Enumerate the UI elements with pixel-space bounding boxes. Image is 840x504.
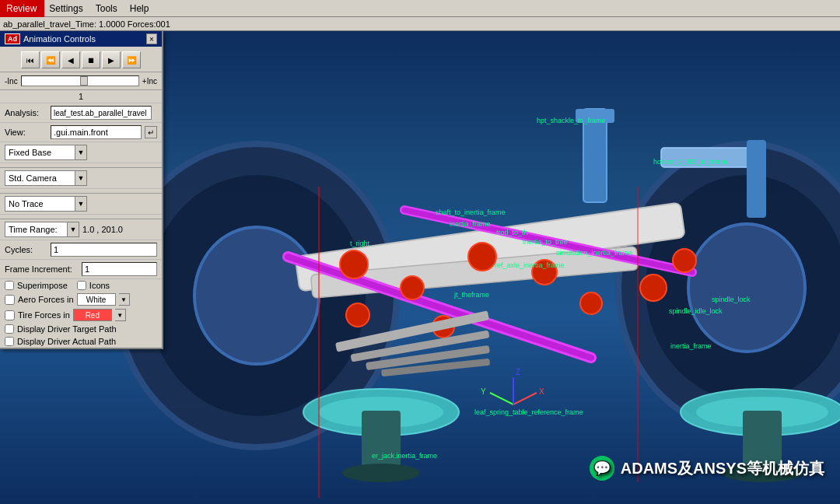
- titlebar-text: ab_parallel_travel_Time: 1.0000 Forces:0…: [3, 19, 170, 29]
- base-select-value[interactable]: Fixed Base: [5, 145, 75, 160]
- trace-select-group: No Trace ▼: [5, 196, 87, 212]
- aero-forces-checkbox[interactable]: [5, 295, 15, 305]
- svg-line-37: [513, 393, 537, 404]
- wm-icon: 💬: [590, 456, 614, 481]
- svg-point-20: [340, 250, 368, 278]
- driver-target-checkbox[interactable]: [5, 324, 14, 334]
- slider-thumb[interactable]: [80, 76, 88, 86]
- superimpose-row: Superimpose Icons: [0, 279, 162, 292]
- svg-text:Y: Y: [481, 387, 486, 396]
- titlebar: ab_parallel_travel_Time: 1.0000 Forces:0…: [0, 17, 840, 31]
- tire-color-arrow[interactable]: ▼: [115, 309, 126, 321]
- svg-point-9: [342, 464, 420, 482]
- superimpose-checkbox[interactable]: [5, 281, 14, 290]
- time-range-select-group: Time Range: ▼: [5, 222, 79, 237]
- menu-tools[interactable]: Tools: [89, 2, 124, 16]
- menu-review[interactable]: Review: [0, 2, 43, 16]
- view-row: View: ↵: [0, 123, 162, 142]
- trace-row: No Trace ▼: [0, 194, 162, 215]
- trace-select-value[interactable]: No Trace: [5, 196, 75, 212]
- analysis-label: Analysis:: [5, 108, 47, 117]
- frame-inc-input[interactable]: [82, 262, 157, 276]
- view-enter-btn[interactable]: ↵: [145, 126, 157, 138]
- panel-title: Animation Controls: [23, 34, 96, 44]
- watermark: 💬 ADAMS及ANSYS等机械仿真: [590, 456, 824, 481]
- playback-next-fast-btn[interactable]: ⏩: [122, 51, 141, 68]
- svg-point-24: [580, 292, 602, 314]
- base-select-arrow[interactable]: ▼: [75, 145, 87, 160]
- svg-point-27: [346, 303, 369, 327]
- main-area: X Y Z hpt_shackle_to_frame holster_D_RE_…: [0, 31, 840, 504]
- svg-text:Z: Z: [516, 368, 520, 376]
- panel-titlebar: Ad Animation Controls ×: [0, 31, 162, 47]
- icons-checkbox[interactable]: [77, 281, 86, 290]
- tire-forces-label: Tire Forces in: [18, 310, 70, 320]
- svg-point-4: [194, 227, 319, 364]
- svg-point-22: [468, 243, 496, 271]
- cycles-label: Cycles:: [5, 245, 47, 254]
- menubar: Review Settings Tools Help: [0, 0, 840, 17]
- tire-forces-row: Tire Forces in Red ▼: [0, 307, 162, 323]
- icons-label: Icons: [89, 281, 110, 290]
- svg-point-26: [673, 249, 696, 272]
- animation-controls-panel: Ad Animation Controls × ⏮ ⏪ ◀ ⏹ ▶ ⏩ -Inc…: [0, 31, 163, 349]
- ad-badge: Ad: [5, 33, 20, 44]
- step-number: 1: [0, 90, 162, 103]
- svg-point-5: [688, 224, 805, 352]
- svg-rect-32: [747, 140, 766, 218]
- aero-color-box[interactable]: White: [77, 293, 116, 306]
- svg-point-21: [401, 276, 424, 299]
- frame-inc-row: Frame Increment:: [0, 260, 162, 279]
- wm-text: ADAMS及ANSYS等机械仿真: [621, 458, 824, 479]
- view-label: View:: [5, 128, 47, 137]
- aero-forces-row: Aero Forces in White ▼: [0, 292, 162, 307]
- panel-close-button[interactable]: ×: [146, 33, 157, 44]
- playback-play-btn[interactable]: ▶: [102, 51, 121, 68]
- driver-actual-row: Display Driver Actual Path: [0, 335, 162, 348]
- driver-target-row: Display Driver Target Path: [0, 323, 162, 335]
- aero-color-arrow[interactable]: ▼: [119, 293, 130, 306]
- svg-text:X: X: [539, 387, 544, 396]
- aero-forces-label: Aero Forces in: [18, 295, 74, 304]
- camera-select-group: Std. Camera ▼: [5, 170, 87, 186]
- frame-inc-label: Frame Increment:: [5, 264, 79, 274]
- driver-actual-label: Display Driver Actual Path: [17, 337, 116, 346]
- playback-controls: ⏮ ⏪ ◀ ⏹ ▶ ⏩: [0, 47, 162, 72]
- camera-row: Std. Camera ▼: [0, 168, 162, 189]
- inc-plus-label: +Inc: [142, 77, 157, 86]
- tire-forces-checkbox[interactable]: [5, 310, 15, 320]
- svg-line-38: [490, 393, 513, 404]
- camera-select-arrow[interactable]: ▼: [75, 170, 87, 186]
- tire-color-box[interactable]: Red: [73, 309, 112, 321]
- playback-first-btn[interactable]: ⏮: [21, 51, 40, 68]
- time-range-values: 1.0 , 201.0: [82, 225, 157, 234]
- camera-select-value[interactable]: Std. Camera: [5, 170, 75, 186]
- time-range-row: Time Range: ▼ 1.0 , 201.0: [0, 219, 162, 240]
- svg-point-25: [640, 275, 667, 301]
- driver-target-label: Display Driver Target Path: [17, 324, 117, 334]
- svg-point-23: [532, 260, 557, 285]
- time-range-select-arrow[interactable]: ▼: [67, 222, 79, 237]
- view-input[interactable]: [51, 125, 142, 139]
- cycles-input[interactable]: [51, 243, 157, 257]
- base-select-group: Fixed Base ▼: [5, 145, 87, 160]
- menu-help[interactable]: Help: [124, 2, 156, 16]
- time-range-select-value[interactable]: Time Range:: [5, 222, 67, 237]
- menu-settings[interactable]: Settings: [43, 2, 89, 16]
- driver-actual-checkbox[interactable]: [5, 337, 14, 346]
- trace-select-arrow[interactable]: ▼: [75, 196, 87, 212]
- slider-track[interactable]: [21, 75, 139, 86]
- playback-prev-btn[interactable]: ◀: [61, 51, 80, 68]
- base-row: Fixed Base ▼: [0, 142, 162, 163]
- analysis-input[interactable]: [51, 106, 152, 120]
- superimpose-label: Superimpose: [17, 281, 68, 290]
- analysis-row: Analysis:: [0, 103, 162, 123]
- cycles-row: Cycles:: [0, 240, 162, 260]
- slider-area: -Inc +Inc: [0, 72, 162, 90]
- svg-rect-31: [661, 148, 754, 167]
- svg-rect-30: [576, 109, 614, 123]
- panel-titlebar-left: Ad Animation Controls: [5, 33, 96, 44]
- playback-prev-fast-btn[interactable]: ⏪: [41, 51, 60, 68]
- inc-minus-label: -Inc: [5, 77, 18, 86]
- playback-stop-btn[interactable]: ⏹: [82, 51, 100, 68]
